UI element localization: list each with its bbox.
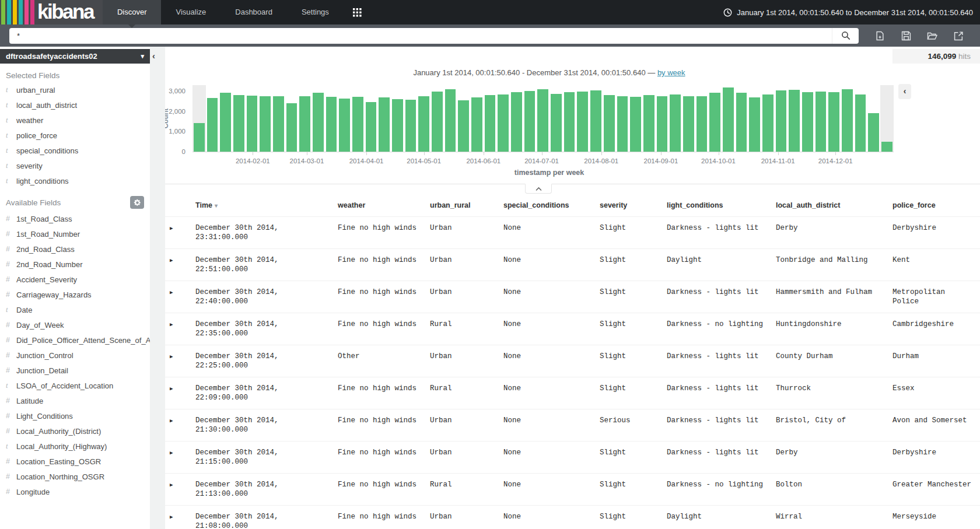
histogram-bar[interactable] [379, 97, 390, 152]
expand-row-icon[interactable]: ▶ [170, 258, 173, 264]
interval-link[interactable]: by week [657, 68, 685, 77]
expand-row-icon[interactable]: ▶ [170, 450, 173, 456]
field-item-special_conditions[interactable]: tspecial_conditions [0, 143, 150, 158]
field-item-local_auth_district[interactable]: tlocal_auth_district [0, 97, 150, 113]
histogram-bar[interactable] [418, 96, 429, 152]
field-item-junction_control[interactable]: #Junction_Control [0, 348, 150, 363]
field-item-location_easting_osgr[interactable]: #Location_Easting_OSGR [0, 454, 150, 469]
histogram-bar[interactable] [604, 95, 615, 152]
histogram-bar[interactable] [590, 90, 601, 152]
histogram-bar[interactable] [247, 96, 258, 152]
search-button[interactable] [832, 28, 859, 44]
field-item-did_police_officer_attend_scene_of_accid...[interactable]: #Did_Police_Officer_Attend_Scene_of_Acci… [0, 332, 150, 348]
expand-row-icon[interactable]: ▶ [170, 322, 173, 328]
histogram-bar[interactable] [709, 93, 720, 152]
histogram-bar[interactable] [789, 90, 800, 152]
histogram-bar[interactable] [392, 99, 403, 152]
histogram-bar[interactable] [366, 102, 377, 152]
histogram-bar[interactable] [868, 113, 879, 152]
index-pattern-selector[interactable]: dftroadsafetyaccidents02 ▾ [0, 49, 150, 64]
histogram-bar[interactable] [643, 95, 654, 152]
expand-row-icon[interactable]: ▶ [170, 290, 173, 296]
histogram-bar[interactable] [485, 95, 496, 152]
field-item-longitude[interactable]: #Longitude [0, 484, 150, 499]
column-header-weather[interactable]: weather [333, 197, 425, 217]
column-header-special_conditions[interactable]: special_conditions [499, 197, 595, 217]
histogram-bar[interactable] [498, 94, 509, 152]
histogram-bar[interactable] [816, 92, 827, 152]
histogram-bar[interactable] [802, 92, 813, 152]
histogram-bar[interactable] [524, 91, 536, 152]
collapse-sidebar-icon[interactable]: ‹ [152, 51, 155, 60]
field-item-2nd_road_number[interactable]: #2nd_Road_Number [0, 257, 150, 272]
field-item-light_conditions[interactable]: tlight_conditions [0, 173, 150, 188]
nav-tab-dashboard[interactable]: Dashboard [220, 0, 287, 24]
expand-row-icon[interactable]: ▶ [170, 386, 173, 392]
expand-row-icon[interactable]: ▶ [170, 354, 173, 360]
nav-tab-settings[interactable]: Settings [287, 0, 344, 24]
field-item-accident_severity[interactable]: #Accident_Severity [0, 272, 150, 287]
open-spy-panel-button[interactable]: ‹ [898, 84, 911, 99]
histogram-bar[interactable] [432, 92, 443, 152]
share-button[interactable] [954, 31, 964, 41]
histogram-bar[interactable] [828, 92, 839, 152]
expand-row-icon[interactable]: ▶ [170, 514, 173, 520]
field-settings-button[interactable] [130, 196, 144, 209]
histogram-bar[interactable] [511, 92, 522, 152]
column-header-severity[interactable]: severity [595, 197, 662, 217]
apps-grid-icon[interactable] [344, 0, 371, 24]
field-item-severity[interactable]: tseverity [0, 158, 150, 173]
histogram-bar[interactable] [855, 94, 866, 152]
histogram-bar[interactable] [458, 100, 469, 152]
field-item-junction_detail[interactable]: #Junction_Detail [0, 363, 150, 378]
histogram-bar[interactable] [630, 97, 641, 152]
histogram-bar[interactable] [657, 96, 668, 152]
histogram-bar[interactable] [445, 89, 456, 152]
search-input[interactable] [9, 31, 832, 40]
histogram-bar[interactable] [564, 92, 575, 152]
histogram-bar[interactable] [842, 89, 853, 152]
histogram-bar[interactable] [696, 96, 708, 152]
histogram-bar[interactable] [537, 89, 548, 152]
field-item-weather[interactable]: tweather [0, 113, 150, 128]
histogram-bar[interactable] [233, 95, 244, 152]
field-item-carriageway_hazards[interactable]: #Carriageway_Hazards [0, 287, 150, 302]
histogram-bar[interactable] [577, 92, 588, 152]
kibana-logo[interactable]: kibana [0, 0, 103, 24]
histogram-bar[interactable] [471, 97, 482, 152]
expand-row-icon[interactable]: ▶ [170, 226, 173, 232]
field-item-local_authority_(district)[interactable]: #Local_Authority_(District) [0, 423, 150, 439]
histogram-bar[interactable] [352, 97, 363, 152]
histogram-bar[interactable] [670, 94, 681, 152]
histogram-bar[interactable] [299, 96, 310, 152]
histogram-bar[interactable] [273, 96, 284, 152]
histogram-bar[interactable] [723, 87, 734, 152]
field-item-latitude[interactable]: #Latitude [0, 393, 150, 408]
column-header-urban_rural[interactable]: urban_rural [425, 197, 499, 217]
field-item-urban_rural[interactable]: turban_rural [0, 82, 150, 97]
nav-tab-discover[interactable]: Discover [103, 0, 162, 24]
expand-row-icon[interactable]: ▶ [170, 482, 173, 488]
field-item-light_conditions[interactable]: #Light_Conditions [0, 408, 150, 423]
histogram-bar[interactable] [207, 98, 218, 152]
column-header-local_auth_district[interactable]: local_auth_district [771, 197, 888, 217]
field-item-1st_road_class[interactable]: #1st_Road_Class [0, 211, 150, 226]
field-item-local_authority_(highway)[interactable]: tLocal_Authority_(Highway) [0, 439, 150, 454]
nav-tab-visualize[interactable]: Visualize [161, 0, 220, 24]
histogram-bar[interactable] [286, 103, 298, 152]
histogram-bar[interactable] [762, 94, 774, 152]
expand-row-icon[interactable]: ▶ [170, 418, 173, 424]
field-item-1st_road_number[interactable]: #1st_Road_Number [0, 226, 150, 241]
save-search-button[interactable] [901, 31, 911, 41]
column-header-light_conditions[interactable]: light_conditions [662, 197, 771, 217]
field-item-date[interactable]: tDate [0, 302, 150, 317]
histogram-bar[interactable] [617, 96, 628, 152]
field-item-day_of_week[interactable]: #Day_of_Week [0, 317, 150, 332]
field-item-location_northing_osgr[interactable]: #Location_Northing_OSGR [0, 469, 150, 484]
histogram-bar[interactable] [260, 96, 271, 152]
field-item-police_force[interactable]: tpolice_force [0, 128, 150, 143]
histogram-bar[interactable] [326, 97, 337, 152]
collapse-chart-button[interactable] [525, 184, 552, 194]
histogram-bar[interactable] [776, 90, 787, 152]
histogram-bar[interactable] [551, 94, 562, 152]
